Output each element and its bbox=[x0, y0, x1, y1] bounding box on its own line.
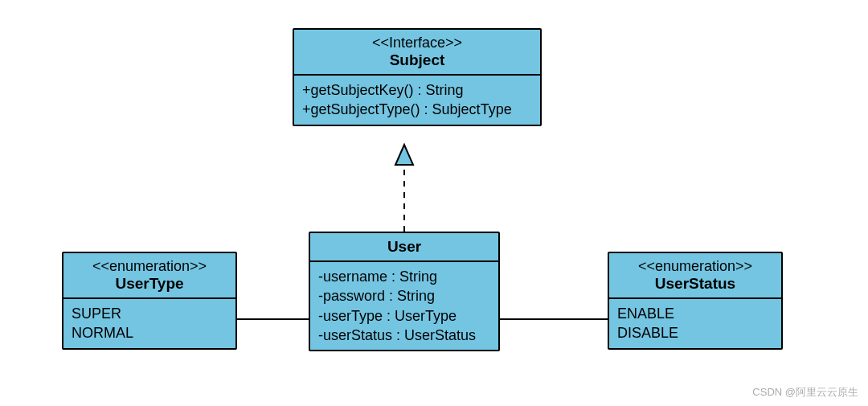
association-user-userstatus bbox=[500, 318, 608, 320]
class-box-userstatus: <<enumeration>> UserStatus ENABLE DISABL… bbox=[608, 252, 783, 350]
stereotype-label: <<Interface>> bbox=[302, 35, 532, 51]
literal: DISABLE bbox=[617, 323, 773, 342]
literal: ENABLE bbox=[617, 304, 773, 323]
watermark-text: CSDN @阿里云云原生 bbox=[752, 385, 858, 400]
class-literals: ENABLE DISABLE bbox=[609, 299, 781, 348]
realization-user-to-subject bbox=[395, 145, 413, 232]
class-header: User bbox=[310, 233, 498, 262]
class-methods: +getSubjectKey() : String +getSubjectTyp… bbox=[294, 76, 540, 125]
attribute: -password : String bbox=[318, 286, 490, 306]
class-box-usertype: <<enumeration>> UserType SUPER NORMAL bbox=[62, 252, 237, 350]
class-name: UserType bbox=[72, 275, 227, 293]
association-usertype-user bbox=[237, 318, 309, 320]
class-attributes: -username : String -password : String -u… bbox=[310, 262, 498, 350]
stereotype-label: <<enumeration>> bbox=[617, 258, 773, 275]
class-header: <<enumeration>> UserType bbox=[63, 253, 235, 299]
class-header: <<enumeration>> UserStatus bbox=[609, 253, 781, 299]
stereotype-label: <<enumeration>> bbox=[72, 258, 227, 275]
method: +getSubjectType() : SubjectType bbox=[302, 100, 532, 119]
class-box-user: User -username : String -password : Stri… bbox=[309, 232, 500, 351]
class-name: Subject bbox=[302, 51, 532, 69]
class-literals: SUPER NORMAL bbox=[63, 299, 235, 348]
class-header: <<Interface>> Subject bbox=[294, 30, 540, 76]
method: +getSubjectKey() : String bbox=[302, 80, 532, 100]
class-name: User bbox=[318, 238, 490, 256]
class-box-subject: <<Interface>> Subject +getSubjectKey() :… bbox=[293, 28, 542, 126]
literal: NORMAL bbox=[72, 323, 227, 342]
attribute: -username : String bbox=[318, 267, 490, 286]
class-name: UserStatus bbox=[617, 275, 773, 293]
attribute: -userType : UserType bbox=[318, 306, 490, 326]
attribute: -userStatus : UserStatus bbox=[318, 326, 490, 345]
svg-marker-1 bbox=[395, 145, 413, 165]
literal: SUPER bbox=[72, 304, 227, 323]
